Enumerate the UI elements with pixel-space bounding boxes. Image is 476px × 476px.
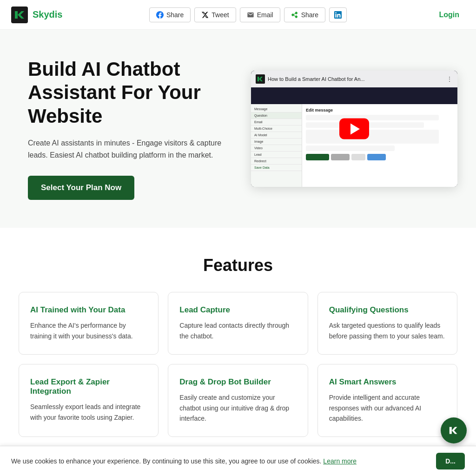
feature-card-5: Drag & Drop Bot Builder Easily create an… (168, 364, 308, 437)
mock-sidebar-item: Message (251, 106, 302, 112)
brand-name: Skydis (33, 9, 62, 20)
mock-action-btn (367, 154, 386, 160)
mock-save-btn (306, 154, 329, 160)
hero-title: Build AI Chatbot Assistant For Your Webs… (28, 58, 232, 128)
mock-sidebar-item: Video (251, 145, 302, 152)
feature-title-6: AI Smart Answers (329, 377, 446, 387)
feature-desc-1: Enhance the AI's performance by training… (30, 320, 147, 341)
hero-subtitle: Create AI assistants in minutes - Engage… (28, 137, 232, 161)
feature-desc-6: Provide intelligent and accurate respons… (329, 392, 446, 423)
mock-sidebar-item: Email (251, 119, 302, 126)
feature-title-5: Drag & Drop Bot Builder (179, 377, 296, 387)
video-top-bar: How to Build a Smarter AI Chatbot for An… (251, 71, 457, 87)
cookie-dismiss-button[interactable]: D... (436, 453, 465, 465)
mock-sidebar-item: Save Data (251, 165, 302, 171)
video-logo-small (256, 74, 265, 84)
features-grid: AI Trained with Your Data Enhance the AI… (19, 292, 457, 437)
brand-area: Skydis (11, 7, 62, 23)
brand-logo-icon (11, 7, 28, 23)
mock-sidebar-item: Multi-Choice (251, 126, 302, 132)
feature-desc-2: Capture lead contacts directly through t… (179, 320, 296, 341)
cookie-text: We use cookies to enhance your experienc… (11, 457, 425, 465)
linkedin-icon (334, 11, 342, 19)
mock-sidebar: Message Question Email Multi-Choice AI M… (251, 104, 302, 187)
video-menu-icon: ⋮ (446, 75, 453, 83)
mock-field-1 (306, 115, 439, 120)
mock-ui-screenshot: Message Question Email Multi-Choice AI M… (251, 104, 457, 187)
mock-cancel-btn (331, 154, 350, 160)
share-twitter-button[interactable]: Tweet (194, 7, 236, 22)
facebook-icon (156, 11, 164, 19)
features-title: Features (19, 256, 457, 275)
feature-title-3: Qualifying Questions (329, 305, 446, 315)
play-triangle-icon (350, 123, 360, 134)
sharethis-share-label: Share (301, 11, 318, 19)
features-section: Features AI Trained with Your Data Enhan… (0, 228, 476, 465)
chat-fab-button[interactable] (441, 417, 467, 443)
mock-other-btn (351, 154, 365, 160)
cookie-banner: We use cookies to enhance your experienc… (0, 446, 476, 465)
cookie-learn-more-link[interactable]: Learn more (323, 457, 357, 465)
share-buttons-group: Share Tweet Email Share (149, 7, 347, 22)
feature-title-2: Lead Capture (179, 305, 296, 315)
feature-card-2: Lead Capture Capture lead contacts direc… (168, 292, 308, 355)
feature-title-1: AI Trained with Your Data (30, 305, 147, 315)
mock-buttons-row (306, 154, 454, 160)
video-title-text: How to Build a Smarter AI Chatbot for An… (268, 76, 443, 82)
feature-desc-3: Ask targeted questions to qualify leads … (329, 320, 446, 341)
mock-field-4 (306, 145, 395, 151)
feature-card-4: Lead Export & Zapier Integration Seamles… (19, 364, 159, 437)
share-sharethis-button[interactable]: Share (284, 7, 325, 22)
chat-fab-icon (447, 423, 461, 437)
share-facebook-button[interactable]: Share (149, 7, 191, 22)
mock-main-area: Edit message (302, 104, 457, 187)
twitter-icon (201, 11, 209, 19)
youtube-play-button[interactable] (339, 119, 369, 139)
feature-card-3: Qualifying Questions Ask targeted questi… (317, 292, 457, 355)
mock-sidebar-item: Lead (251, 152, 302, 158)
feature-title-4: Lead Export & Zapier Integration (30, 377, 147, 396)
facebook-share-label: Share (166, 11, 184, 19)
email-share-label: Email (257, 11, 273, 19)
navbar: Skydis Share Tweet Email Share Login (0, 0, 476, 30)
mock-sidebar-item: AI Model (251, 132, 302, 139)
cta-button[interactable]: Select Your Plan Now (28, 176, 134, 200)
feature-desc-4: Seamlessly export leads and integrate wi… (30, 402, 147, 423)
mock-edit-label: Edit message (306, 108, 454, 112)
feature-desc-5: Easily create and customize your chatbot… (179, 392, 296, 423)
hero-text-area: Build AI Chatbot Assistant For Your Webs… (28, 58, 232, 200)
login-button[interactable]: Login (433, 7, 465, 23)
twitter-share-label: Tweet (212, 11, 229, 19)
feature-card-6: AI Smart Answers Provide intelligent and… (317, 364, 457, 437)
mock-sidebar-item: Question (251, 112, 302, 119)
share-linkedin-button[interactable] (329, 7, 347, 22)
share-email-button[interactable]: Email (240, 7, 280, 22)
video-thumbnail: How to Build a Smarter AI Chatbot for An… (251, 71, 457, 187)
hero-video-container[interactable]: How to Build a Smarter AI Chatbot for An… (251, 71, 457, 187)
feature-card-1: AI Trained with Your Data Enhance the AI… (19, 292, 159, 355)
mock-sidebar-item: Image (251, 139, 302, 145)
sharethis-icon (291, 11, 298, 19)
email-icon (247, 11, 254, 19)
mock-sidebar-item: Redirect (251, 158, 302, 165)
mock-field-3 (306, 130, 439, 144)
hero-section: Build AI Chatbot Assistant For Your Webs… (0, 30, 476, 228)
